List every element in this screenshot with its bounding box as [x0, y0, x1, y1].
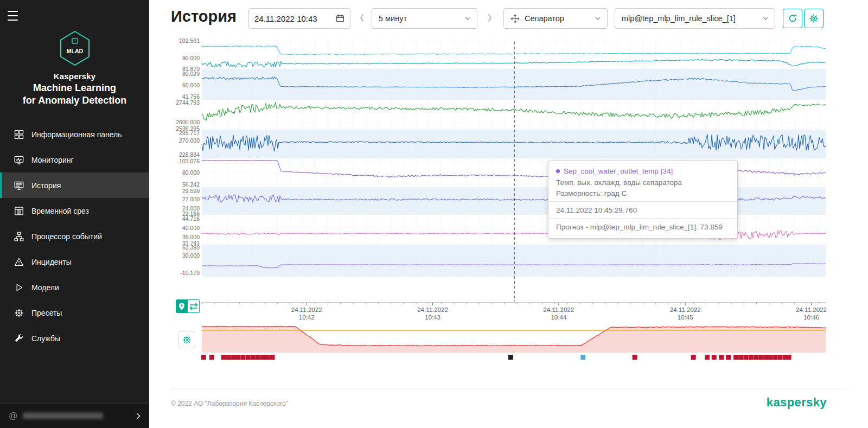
event-marker-red[interactable]	[705, 355, 710, 360]
event-marker-red[interactable]	[763, 355, 768, 360]
product-name-line1: Machine Learning	[0, 82, 149, 94]
chart-band	[202, 130, 826, 158]
event-marker-red[interactable]	[691, 355, 696, 360]
sidebar-item-incidents[interactable]: Инциденты	[0, 249, 149, 274]
brand-name: Kaspersky	[0, 72, 149, 81]
y-axis-label: 103.076	[179, 158, 200, 164]
event-marker-red[interactable]	[749, 355, 754, 360]
event-marker-red[interactable]	[256, 355, 260, 360]
sidebar-item-label: Процессор событий	[31, 232, 102, 241]
tooltip-timestamp: 24.11.2022 10:45:29.760	[556, 205, 730, 215]
y-axis-label: 295.717	[179, 130, 200, 136]
compare-mode-button[interactable]	[188, 299, 200, 313]
series-line-3[interactable]	[202, 77, 826, 91]
x-axis-label: 10:44	[551, 314, 566, 321]
product-name-line2: for Anomaly Detection	[0, 94, 149, 107]
sidebar-item-label: Мониторинг	[31, 156, 74, 164]
event-marker-red[interactable]	[768, 355, 773, 360]
event-marker-red[interactable]	[773, 355, 777, 360]
sidebar-item-services[interactable]: Службы	[0, 325, 149, 351]
anomaly-settings-button[interactable]	[178, 331, 195, 348]
event-marker-red[interactable]	[226, 355, 231, 360]
sidebar-item-label: Временной срез	[31, 207, 89, 215]
timeline-mode-buttons	[176, 299, 200, 313]
anomaly-score-line[interactable]	[202, 326, 826, 346]
model-select[interactable]: mlp@tep_mlp_lim_rule_slice_[1]	[615, 8, 775, 29]
sidebar-item-dashboard[interactable]: Информационная панель	[0, 122, 149, 147]
step-forward-button[interactable]	[487, 13, 493, 23]
event-marker-red[interactable]	[719, 355, 724, 360]
event-marker-red[interactable]	[754, 355, 758, 360]
refresh-button[interactable]	[783, 9, 802, 28]
event-marker-red[interactable]	[783, 355, 788, 360]
at-icon: @	[9, 411, 17, 421]
event-marker-red[interactable]	[209, 355, 214, 360]
event-marker-red[interactable]	[240, 355, 245, 360]
interval-select[interactable]: 5 минут	[372, 8, 477, 29]
refresh-icon	[788, 14, 797, 23]
event-marker-red[interactable]	[733, 355, 738, 360]
x-axis-label: 10:43	[425, 314, 441, 321]
chart-band	[202, 100, 826, 130]
gear-icon	[809, 14, 819, 23]
event-marker-red[interactable]	[712, 355, 717, 360]
event-marker-black[interactable]	[508, 355, 513, 360]
sidebar-item-label: Пресеты	[31, 309, 62, 317]
kaspersky-logo: kaspersky	[767, 395, 827, 410]
event-marker-red[interactable]	[260, 355, 265, 360]
footer-divider	[171, 388, 847, 389]
sidebar-item-monitoring[interactable]: Мониторинг	[0, 147, 149, 173]
datetime-value: 24.11.2022 10:43	[254, 14, 317, 23]
event-marker-red[interactable]	[221, 355, 226, 360]
step-back-button[interactable]	[359, 13, 365, 23]
datetime-picker[interactable]: 24.11.2022 10:43	[248, 8, 350, 29]
chart-band	[202, 245, 826, 277]
series-line-2[interactable]	[202, 59, 826, 67]
sidebar-item-models[interactable]: Модели	[0, 274, 149, 300]
event-marker-red[interactable]	[201, 355, 206, 360]
y-axis-label: 35.000	[182, 234, 200, 240]
swap-arrows-icon	[189, 302, 199, 311]
event-marker-red[interactable]	[758, 355, 763, 360]
pin-cursor-button[interactable]	[176, 299, 188, 313]
event-marker-red[interactable]	[726, 355, 731, 360]
event-marker-red[interactable]	[235, 355, 240, 360]
chevron-right-icon[interactable]	[136, 413, 141, 419]
object-select[interactable]: Сепаратор	[503, 8, 608, 29]
event-marker-red[interactable]	[633, 355, 637, 360]
menu-toggle-button[interactable]	[8, 11, 20, 21]
event-marker-red[interactable]	[246, 355, 251, 360]
event-marker-red[interactable]	[787, 355, 792, 360]
chart-settings-button[interactable]	[804, 9, 824, 28]
user-account-strip[interactable]: @	[0, 403, 149, 428]
sidebar-item-presets[interactable]: Пресеты	[0, 300, 149, 325]
event-marker-red[interactable]	[743, 355, 748, 360]
event-marker-red[interactable]	[265, 355, 270, 360]
y-axis-label: 60.000	[182, 82, 200, 88]
event-marker-red[interactable]	[270, 355, 275, 360]
event-marker-red[interactable]	[231, 355, 236, 360]
sidebar-item-time-slice[interactable]: Временной срез	[0, 198, 149, 223]
y-axis-label: 81.870	[182, 66, 200, 72]
event-marker-red[interactable]	[251, 355, 256, 360]
timeseries-chart-canvas[interactable]: 102.56190.00081.87080.02960.00041.756274…	[149, 0, 868, 428]
page-title: История	[171, 8, 237, 25]
sidebar-item-event-processor[interactable]: Процессор событий	[0, 223, 149, 249]
y-axis-label: 80.000	[182, 169, 200, 176]
calendar-icon[interactable]	[336, 14, 344, 23]
sidebar: MLAD Kaspersky Machine Learning for Anom…	[0, 0, 149, 428]
anomaly-area	[202, 326, 826, 353]
event-marker-red[interactable]	[778, 355, 783, 360]
series-line-1[interactable]	[202, 46, 826, 54]
event-marker-blue[interactable]	[580, 355, 585, 360]
y-axis-label: 228.834	[179, 151, 200, 158]
series-line-9[interactable]	[202, 264, 826, 268]
event-marker-red[interactable]	[738, 355, 743, 360]
sidebar-item-history[interactable]: История	[0, 173, 149, 198]
y-axis-label: 41.756	[182, 93, 200, 100]
series-line-4[interactable]	[202, 102, 826, 120]
y-axis-label: 2536.295	[176, 125, 200, 132]
sidebar-item-label: Инциденты	[31, 258, 72, 266]
chart-band	[202, 41, 826, 69]
series-line-5[interactable]	[202, 135, 826, 151]
